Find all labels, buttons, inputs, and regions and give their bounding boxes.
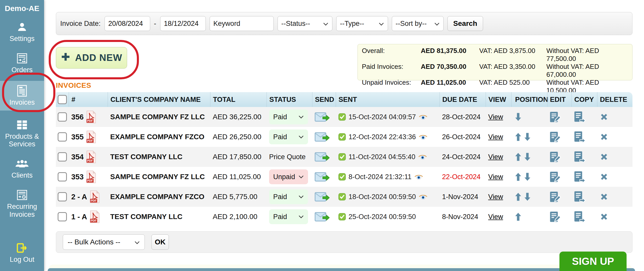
move-down-icon[interactable] — [524, 153, 531, 161]
move-up-icon[interactable] — [515, 172, 522, 181]
svg-text:PDF: PDF — [91, 219, 97, 222]
edit-icon[interactable] — [550, 171, 561, 183]
status-select[interactable]: Paid — [269, 189, 308, 204]
status-select[interactable]: Paid — [269, 129, 308, 144]
pdf-icon[interactable]: PDF — [90, 190, 100, 203]
move-down-icon[interactable] — [524, 172, 531, 181]
summary-amount: AED 81,375.00 — [421, 47, 479, 55]
status-filter-select[interactable]: --Status-- — [278, 16, 332, 31]
copy-icon[interactable] — [574, 111, 586, 123]
move-down-icon[interactable] — [524, 192, 531, 201]
status-select[interactable]: Paid — [269, 209, 308, 224]
move-down-icon[interactable] — [524, 133, 531, 141]
row-checkbox[interactable] — [58, 212, 67, 221]
send-email-icon[interactable] — [315, 151, 330, 162]
products-icon — [16, 119, 28, 131]
select-all-checkbox[interactable] — [58, 95, 67, 104]
sidebar-item-log-out[interactable]: Log Out — [0, 241, 44, 265]
sidebar-item-settings[interactable]: Settings — [0, 20, 44, 44]
bulk-actions-select[interactable]: -- Bulk Actions -- — [63, 234, 145, 250]
sent-timestamp: 12-Oct-2024 22:43:36 — [349, 133, 416, 141]
delete-icon[interactable] — [600, 172, 608, 181]
view-link[interactable]: View — [488, 173, 503, 181]
copy-icon[interactable] — [574, 151, 586, 163]
edit-icon[interactable] — [550, 111, 561, 123]
table-header-row: #CLIENT'S COMPANY NAMETOTALSTATUSSENDSEN… — [56, 92, 632, 107]
row-checkbox[interactable] — [58, 112, 67, 122]
invoice-row-355: 355 PDF EXAMPLE COMPANY FZCO AED 26,250.… — [56, 127, 632, 147]
invoice-date-label: Invoice Date: — [60, 20, 101, 28]
row-checkbox[interactable] — [58, 152, 67, 161]
bulk-ok-button[interactable]: OK — [151, 234, 169, 250]
summary-vat: VAT: AED 3,350.00 — [479, 63, 546, 71]
sent-timestamp: 15-Oct-2024 04:09:57 — [349, 113, 416, 121]
row-checkbox[interactable] — [58, 172, 67, 181]
delete-icon[interactable] — [600, 113, 608, 121]
row-checkbox[interactable] — [58, 192, 67, 201]
view-link[interactable]: View — [488, 193, 503, 201]
pdf-icon[interactable]: PDF — [86, 131, 96, 143]
edit-icon[interactable] — [550, 131, 561, 143]
due-date: 26-Oct-2024 — [442, 133, 481, 141]
move-up-icon[interactable] — [515, 133, 522, 141]
column-header-view: VIEW — [486, 92, 511, 107]
pdf-icon[interactable]: PDF — [86, 111, 96, 123]
sidebar-item-orders[interactable]: Orders — [0, 51, 44, 75]
pdf-icon[interactable]: PDF — [86, 150, 96, 163]
send-email-icon[interactable] — [315, 211, 330, 222]
copy-icon[interactable] — [574, 131, 586, 143]
move-up-icon[interactable] — [515, 212, 522, 221]
svg-text:PDF: PDF — [87, 139, 93, 142]
summary-without-vat: Without VAT: AED 67,000.00 — [546, 63, 628, 79]
copy-icon[interactable] — [574, 171, 586, 183]
send-email-icon[interactable] — [315, 171, 330, 182]
edit-icon[interactable] — [550, 211, 561, 223]
pdf-icon[interactable]: PDF — [86, 170, 96, 183]
move-down-icon[interactable] — [515, 113, 522, 121]
delete-icon[interactable] — [600, 212, 608, 221]
move-up-icon[interactable] — [515, 192, 522, 201]
sent-check-icon — [338, 153, 346, 161]
move-up-icon[interactable] — [515, 153, 522, 161]
search-button[interactable]: Search — [447, 16, 483, 31]
invoice-row-1-a: 1 - A PDF TEST COMPANY LLC AED 2,100.00 … — [56, 207, 632, 227]
copy-icon[interactable] — [574, 211, 586, 223]
view-link[interactable]: View — [488, 133, 503, 141]
sent-timestamp: 11-Oct-2024 04:55:40 — [349, 153, 415, 161]
pdf-icon[interactable]: PDF — [90, 210, 100, 223]
view-link[interactable]: View — [488, 153, 503, 161]
column-header-edit: EDIT — [547, 92, 571, 107]
sidebar-item-invoices[interactable]: Invoices — [0, 81, 44, 110]
status-text: Price Quote — [269, 153, 306, 161]
status-select[interactable]: Paid — [269, 110, 308, 124]
date-from-input[interactable] — [105, 16, 150, 31]
copy-icon[interactable] — [574, 191, 586, 203]
send-email-icon[interactable] — [315, 111, 330, 123]
due-date: 8-Nov-2024 — [442, 213, 478, 221]
view-link[interactable]: View — [488, 213, 503, 221]
delete-icon[interactable] — [600, 153, 608, 161]
delete-icon[interactable] — [600, 192, 608, 201]
summary-amount: AED 70,350.00 — [421, 63, 479, 71]
client-company-name: EXAMPLE COMPANY FZCO — [108, 133, 210, 141]
type-filter-select[interactable]: --Type-- — [336, 16, 388, 31]
send-email-icon[interactable] — [315, 131, 330, 143]
clients-icon — [15, 158, 29, 170]
status-select[interactable]: Unpaid — [269, 169, 308, 184]
sidebar-item-label: Log Out — [2, 256, 42, 263]
sidebar-item-recurring-invoices[interactable]: Recurring Invoices — [0, 188, 44, 220]
sort-by-select[interactable]: --Sort by-- — [392, 16, 444, 31]
sidebar-item-products-services[interactable]: Products & Services — [0, 117, 44, 149]
edit-icon[interactable] — [550, 151, 561, 163]
delete-icon[interactable] — [600, 133, 608, 141]
keyword-input[interactable] — [210, 16, 274, 31]
add-new-button[interactable]: ADD NEW — [56, 47, 127, 69]
edit-icon[interactable] — [550, 191, 561, 203]
sidebar-item-clients[interactable]: Clients — [0, 156, 44, 181]
chevron-down-icon — [434, 20, 440, 28]
send-email-icon[interactable] — [315, 191, 330, 202]
view-link[interactable]: View — [488, 113, 503, 121]
row-checkbox[interactable] — [58, 132, 67, 142]
sign-up-button[interactable]: SIGN UP — [559, 252, 627, 271]
date-to-input[interactable] — [160, 16, 206, 31]
